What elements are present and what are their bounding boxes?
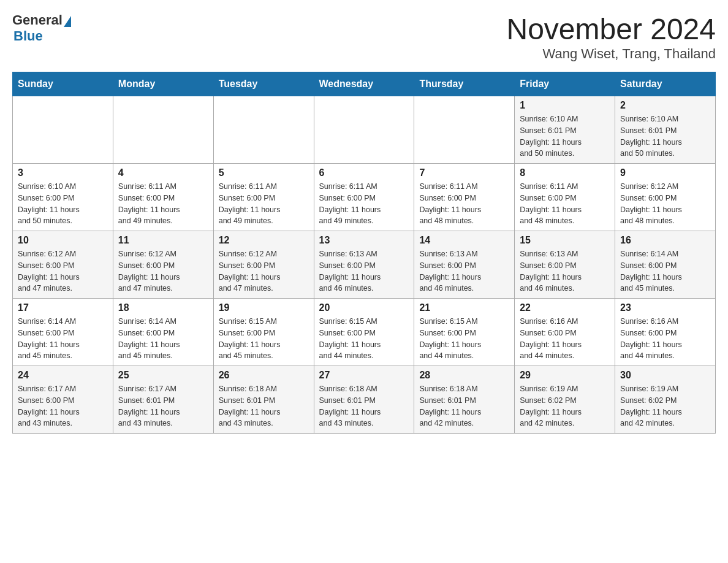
day-number: 17 xyxy=(18,302,108,313)
calendar-cell: 1Sunrise: 6:10 AM Sunset: 6:01 PM Daylig… xyxy=(515,96,615,164)
day-info: Sunrise: 6:10 AM Sunset: 6:01 PM Dayligh… xyxy=(520,113,610,159)
day-info: Sunrise: 6:18 AM Sunset: 6:01 PM Dayligh… xyxy=(319,383,409,429)
day-number: 23 xyxy=(620,302,710,313)
weekday-header-friday: Friday xyxy=(515,72,615,96)
day-info: Sunrise: 6:16 AM Sunset: 6:00 PM Dayligh… xyxy=(620,316,710,362)
calendar-cell: 2Sunrise: 6:10 AM Sunset: 6:01 PM Daylig… xyxy=(615,96,716,164)
day-number: 4 xyxy=(118,167,208,178)
logo-triangle-icon xyxy=(64,16,71,27)
logo-blue-text: Blue xyxy=(13,28,43,44)
calendar-cell xyxy=(213,96,314,164)
calendar-cell: 15Sunrise: 6:13 AM Sunset: 6:00 PM Dayli… xyxy=(515,231,615,299)
calendar-week-row: 1Sunrise: 6:10 AM Sunset: 6:01 PM Daylig… xyxy=(13,96,716,164)
day-number: 8 xyxy=(520,167,610,178)
day-info: Sunrise: 6:17 AM Sunset: 6:01 PM Dayligh… xyxy=(118,383,208,429)
calendar-week-row: 17Sunrise: 6:14 AM Sunset: 6:00 PM Dayli… xyxy=(13,299,716,366)
day-number: 18 xyxy=(118,302,208,313)
weekday-header-saturday: Saturday xyxy=(615,72,716,96)
day-info: Sunrise: 6:12 AM Sunset: 6:00 PM Dayligh… xyxy=(620,181,710,227)
calendar-cell: 10Sunrise: 6:12 AM Sunset: 6:00 PM Dayli… xyxy=(13,231,113,299)
calendar-cell: 25Sunrise: 6:17 AM Sunset: 6:01 PM Dayli… xyxy=(113,366,213,434)
day-number: 19 xyxy=(219,302,309,313)
day-number: 14 xyxy=(419,235,509,246)
calendar-cell: 12Sunrise: 6:12 AM Sunset: 6:00 PM Dayli… xyxy=(213,231,314,299)
day-number: 3 xyxy=(18,167,108,178)
month-title: November 2024 xyxy=(506,12,716,46)
day-number: 1 xyxy=(520,100,610,111)
calendar-cell xyxy=(414,96,515,164)
calendar-cell: 8Sunrise: 6:11 AM Sunset: 6:00 PM Daylig… xyxy=(515,164,615,231)
day-number: 20 xyxy=(319,302,409,313)
day-number: 10 xyxy=(18,235,108,246)
day-number: 28 xyxy=(419,370,509,381)
day-number: 11 xyxy=(118,235,208,246)
day-number: 16 xyxy=(620,235,710,246)
day-number: 2 xyxy=(620,100,710,111)
calendar-cell: 22Sunrise: 6:16 AM Sunset: 6:00 PM Dayli… xyxy=(515,299,615,366)
day-info: Sunrise: 6:10 AM Sunset: 6:01 PM Dayligh… xyxy=(620,113,710,159)
calendar-cell: 9Sunrise: 6:12 AM Sunset: 6:00 PM Daylig… xyxy=(615,164,716,231)
weekday-header-thursday: Thursday xyxy=(414,72,515,96)
day-number: 29 xyxy=(520,370,610,381)
weekday-header-sunday: Sunday xyxy=(13,72,113,96)
calendar-cell: 14Sunrise: 6:13 AM Sunset: 6:00 PM Dayli… xyxy=(414,231,515,299)
calendar-cell: 26Sunrise: 6:18 AM Sunset: 6:01 PM Dayli… xyxy=(213,366,314,434)
weekday-header-row: SundayMondayTuesdayWednesdayThursdayFrid… xyxy=(13,72,716,96)
day-number: 15 xyxy=(520,235,610,246)
calendar-cell: 29Sunrise: 6:19 AM Sunset: 6:02 PM Dayli… xyxy=(515,366,615,434)
day-info: Sunrise: 6:19 AM Sunset: 6:02 PM Dayligh… xyxy=(620,383,710,429)
day-info: Sunrise: 6:13 AM Sunset: 6:00 PM Dayligh… xyxy=(319,248,409,294)
calendar-cell: 3Sunrise: 6:10 AM Sunset: 6:00 PM Daylig… xyxy=(13,164,113,231)
day-number: 25 xyxy=(118,370,208,381)
calendar-cell xyxy=(314,96,414,164)
calendar-cell: 16Sunrise: 6:14 AM Sunset: 6:00 PM Dayli… xyxy=(615,231,716,299)
calendar-cell: 18Sunrise: 6:14 AM Sunset: 6:00 PM Dayli… xyxy=(113,299,213,366)
day-info: Sunrise: 6:13 AM Sunset: 6:00 PM Dayligh… xyxy=(419,248,509,294)
calendar-cell: 4Sunrise: 6:11 AM Sunset: 6:00 PM Daylig… xyxy=(113,164,213,231)
day-info: Sunrise: 6:14 AM Sunset: 6:00 PM Dayligh… xyxy=(18,316,108,362)
calendar-week-row: 3Sunrise: 6:10 AM Sunset: 6:00 PM Daylig… xyxy=(13,164,716,231)
calendar-cell: 30Sunrise: 6:19 AM Sunset: 6:02 PM Dayli… xyxy=(615,366,716,434)
weekday-header-monday: Monday xyxy=(113,72,213,96)
day-info: Sunrise: 6:12 AM Sunset: 6:00 PM Dayligh… xyxy=(219,248,309,294)
day-number: 26 xyxy=(219,370,309,381)
location-title: Wang Wiset, Trang, Thailand xyxy=(506,46,716,62)
day-info: Sunrise: 6:12 AM Sunset: 6:00 PM Dayligh… xyxy=(118,248,208,294)
day-number: 12 xyxy=(219,235,309,246)
day-info: Sunrise: 6:18 AM Sunset: 6:01 PM Dayligh… xyxy=(419,383,509,429)
day-info: Sunrise: 6:14 AM Sunset: 6:00 PM Dayligh… xyxy=(118,316,208,362)
calendar-cell: 28Sunrise: 6:18 AM Sunset: 6:01 PM Dayli… xyxy=(414,366,515,434)
title-section: November 2024 Wang Wiset, Trang, Thailan… xyxy=(506,12,716,62)
calendar-cell xyxy=(113,96,213,164)
calendar-cell: 11Sunrise: 6:12 AM Sunset: 6:00 PM Dayli… xyxy=(113,231,213,299)
day-number: 27 xyxy=(319,370,409,381)
calendar-cell: 20Sunrise: 6:15 AM Sunset: 6:00 PM Dayli… xyxy=(314,299,414,366)
day-info: Sunrise: 6:13 AM Sunset: 6:00 PM Dayligh… xyxy=(520,248,610,294)
calendar-table: SundayMondayTuesdayWednesdayThursdayFrid… xyxy=(12,72,716,434)
calendar-cell: 17Sunrise: 6:14 AM Sunset: 6:00 PM Dayli… xyxy=(13,299,113,366)
day-info: Sunrise: 6:11 AM Sunset: 6:00 PM Dayligh… xyxy=(118,181,208,227)
logo: General Blue xyxy=(12,12,71,44)
weekday-header-tuesday: Tuesday xyxy=(213,72,314,96)
calendar-cell: 24Sunrise: 6:17 AM Sunset: 6:00 PM Dayli… xyxy=(13,366,113,434)
day-info: Sunrise: 6:11 AM Sunset: 6:00 PM Dayligh… xyxy=(319,181,409,227)
calendar-week-row: 10Sunrise: 6:12 AM Sunset: 6:00 PM Dayli… xyxy=(13,231,716,299)
day-number: 7 xyxy=(419,167,509,178)
calendar-cell: 21Sunrise: 6:15 AM Sunset: 6:00 PM Dayli… xyxy=(414,299,515,366)
day-number: 9 xyxy=(620,167,710,178)
day-number: 13 xyxy=(319,235,409,246)
calendar-cell: 7Sunrise: 6:11 AM Sunset: 6:00 PM Daylig… xyxy=(414,164,515,231)
day-number: 21 xyxy=(419,302,509,313)
weekday-header-wednesday: Wednesday xyxy=(314,72,414,96)
day-info: Sunrise: 6:10 AM Sunset: 6:00 PM Dayligh… xyxy=(18,181,108,227)
day-info: Sunrise: 6:11 AM Sunset: 6:00 PM Dayligh… xyxy=(219,181,309,227)
day-info: Sunrise: 6:19 AM Sunset: 6:02 PM Dayligh… xyxy=(520,383,610,429)
day-info: Sunrise: 6:18 AM Sunset: 6:01 PM Dayligh… xyxy=(219,383,309,429)
page-header: General Blue November 2024 Wang Wiset, T… xyxy=(12,12,716,62)
day-info: Sunrise: 6:16 AM Sunset: 6:00 PM Dayligh… xyxy=(520,316,610,362)
calendar-week-row: 24Sunrise: 6:17 AM Sunset: 6:00 PM Dayli… xyxy=(13,366,716,434)
day-number: 6 xyxy=(319,167,409,178)
calendar-cell: 19Sunrise: 6:15 AM Sunset: 6:00 PM Dayli… xyxy=(213,299,314,366)
day-number: 5 xyxy=(219,167,309,178)
calendar-cell xyxy=(13,96,113,164)
